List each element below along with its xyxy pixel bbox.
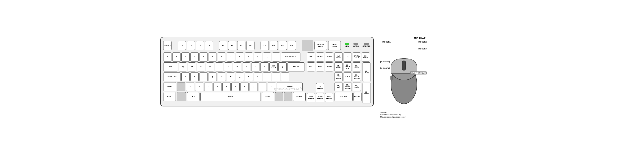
- key-k[interactable]: K: [245, 72, 253, 81]
- key-space[interactable]: SPACE: [200, 92, 261, 101]
- key-kp-minus-top[interactable]: −: [344, 52, 352, 62]
- key-g[interactable]: G: [218, 72, 226, 81]
- key-bracket-close[interactable]: ]: [272, 52, 280, 62]
- key-f6[interactable]: F6: [228, 41, 236, 50]
- key-down-arrow[interactable]: DOWN ARROW: [316, 93, 324, 102]
- key-z[interactable]: Z: [224, 62, 232, 71]
- key-backslash2[interactable]: \: [281, 72, 289, 81]
- key-f9[interactable]: F9: [260, 41, 269, 50]
- key-0[interactable]: 0: [254, 52, 262, 62]
- key-tab[interactable]: TAB: [163, 62, 178, 71]
- key-f2[interactable]: F2: [187, 41, 195, 50]
- key-s[interactable]: S: [190, 72, 199, 81]
- key-n[interactable]: N: [232, 82, 240, 91]
- key-kp-multiply[interactable]: KP_MUL TIPLY: [353, 52, 361, 62]
- key-a[interactable]: A: [182, 72, 190, 81]
- key-scrolllock[interactable]: SCROLL LOCK: [314, 41, 327, 50]
- key-rctrl[interactable]: RCTRL: [293, 92, 306, 101]
- key-semicolon[interactable]: SEMI COLON: [270, 62, 278, 71]
- key-kp-end[interactable]: KP_ END: [334, 82, 343, 91]
- key-1[interactable]: 1: [172, 52, 180, 62]
- key-f8[interactable]: F8: [246, 41, 254, 50]
- key-pgdn[interactable]: PGDN: [325, 62, 333, 71]
- key-l[interactable]: L: [254, 72, 262, 81]
- key-4[interactable]: 4: [200, 52, 208, 62]
- key-t[interactable]: T: [215, 62, 223, 71]
- key-e[interactable]: E: [197, 62, 205, 71]
- key-2[interactable]: 2: [182, 52, 190, 62]
- key-end[interactable]: END: [316, 62, 324, 71]
- key-j[interactable]: J: [236, 72, 244, 81]
- key-o[interactable]: O: [251, 62, 260, 71]
- key-f1[interactable]: F1: [178, 41, 186, 50]
- key-b[interactable]: B: [222, 82, 230, 91]
- key-minus[interactable]: -: [268, 82, 276, 91]
- key-shift-left[interactable]: SHIFT: [163, 82, 176, 91]
- key-del[interactable]: DEL: [307, 62, 315, 71]
- key-printscreen[interactable]: [302, 40, 313, 51]
- key-numlock2[interactable]: NUM LOCK: [334, 52, 343, 62]
- key-numlock[interactable]: NUM LOCK: [328, 41, 341, 50]
- key-f11[interactable]: F11: [279, 41, 287, 50]
- key-v[interactable]: V: [213, 82, 222, 91]
- key-backslash1[interactable]: \: [272, 72, 280, 81]
- key-slash[interactable]: /: [163, 52, 172, 62]
- key-kp-minus2[interactable]: KP_ MINUS: [362, 52, 370, 62]
- key-capslock[interactable]: CAPSLOCK: [163, 72, 180, 81]
- key-x[interactable]: X: [195, 82, 204, 91]
- key-q[interactable]: Q: [179, 62, 187, 71]
- key-escape[interactable]: ESCAPE: [163, 41, 172, 50]
- key-alt[interactable]: ALT: [187, 92, 200, 101]
- key-8[interactable]: 8: [236, 52, 244, 62]
- key-c[interactable]: C: [204, 82, 212, 91]
- key-kp-pgdn[interactable]: KP_ PGDN: [353, 82, 361, 91]
- key-f3[interactable]: F3: [196, 41, 204, 50]
- key-f4[interactable]: F4: [205, 41, 213, 50]
- key-9[interactable]: 9: [245, 52, 253, 62]
- key-5[interactable]: 5: [208, 52, 217, 62]
- key-kp-down[interactable]: KP_ DOWN ARROW: [344, 82, 352, 91]
- key-3[interactable]: 3: [190, 52, 199, 62]
- key-f[interactable]: F: [208, 72, 217, 81]
- key-shift-right[interactable]: RSHIFT: [277, 82, 302, 91]
- key-7[interactable]: 7: [227, 52, 235, 62]
- key-6[interactable]: 6: [218, 52, 226, 62]
- key-y[interactable]: Y: [186, 82, 194, 91]
- key-kp-upar[interactable]: KP_ UPAR ROW: [344, 62, 352, 71]
- key-kp-ins[interactable]: KP_INS: [334, 92, 353, 101]
- key-up-arrow[interactable]: UP ARROW: [316, 83, 324, 92]
- key-p[interactable]: P: [260, 62, 268, 71]
- key-m[interactable]: M: [240, 82, 249, 91]
- key-kp-right[interactable]: KP_ RIGHT ARROW: [353, 72, 361, 81]
- key-left-arrow[interactable]: LEFT ARROW: [307, 93, 315, 102]
- key-h[interactable]: H: [227, 72, 235, 81]
- key-backspace[interactable]: BACKSPACE: [281, 52, 300, 62]
- key-kp-home[interactable]: KP_ HOME: [334, 62, 343, 71]
- key-f7[interactable]: F7: [237, 41, 246, 50]
- key-ins[interactable]: INS: [307, 52, 315, 62]
- key-comma[interactable]: ,: [250, 82, 258, 91]
- key-kp-5[interactable]: KP_5: [344, 72, 352, 81]
- key-d[interactable]: D: [200, 72, 208, 81]
- key-r[interactable]: R: [206, 62, 214, 71]
- key-kp-del[interactable]: KP_DEL: [354, 92, 362, 101]
- key-kp-left[interactable]: KP_ LEFT AROW: [334, 72, 343, 81]
- key-kp-enter[interactable]: KP_ ENTER: [362, 83, 371, 103]
- key-kp-plus[interactable]: KP_ PLUS: [362, 62, 371, 82]
- key-home[interactable]: HOME: [316, 52, 324, 62]
- key-dot[interactable]: .: [258, 82, 267, 91]
- key-bracket-open[interactable]: [: [263, 52, 271, 62]
- key-f12[interactable]: F12: [288, 41, 296, 50]
- key-quote[interactable]: ': [263, 72, 271, 81]
- key-u[interactable]: U: [233, 62, 241, 71]
- key-ctrl-left[interactable]: CTRL: [163, 92, 176, 101]
- key-ctrl-right[interactable]: CTRL: [262, 92, 274, 101]
- key-i[interactable]: I: [242, 62, 250, 71]
- key-f5[interactable]: F5: [219, 41, 227, 50]
- key-pgup[interactable]: PGUP: [325, 52, 333, 62]
- key-kp-pgup[interactable]: KP_ PGUP: [353, 62, 361, 71]
- key-enter[interactable]: ENTER: [288, 62, 305, 71]
- key-bracket-close2[interactable]: ]: [278, 62, 287, 71]
- key-right-arrow[interactable]: RIGHT ARROW: [325, 93, 333, 102]
- key-w[interactable]: W: [188, 62, 196, 71]
